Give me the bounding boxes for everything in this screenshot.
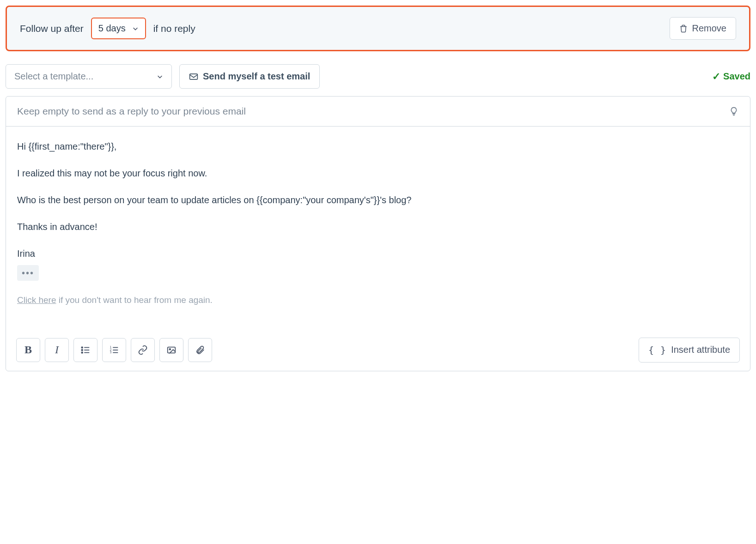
svg-rect-0 <box>190 74 198 79</box>
link-button[interactable] <box>131 338 155 362</box>
chevron-down-icon <box>132 25 139 32</box>
send-test-email-button[interactable]: Send myself a test email <box>179 64 320 89</box>
follow-up-banner: Follow up after 5 days if no reply Remov… <box>6 6 750 51</box>
numbered-list-button[interactable]: 1 2 3 <box>102 338 126 362</box>
bullet-list-button[interactable] <box>73 338 98 362</box>
trash-icon <box>679 24 688 33</box>
svg-point-14 <box>169 348 171 350</box>
subject-line <box>6 97 750 127</box>
attachment-button[interactable] <box>188 338 212 362</box>
template-select[interactable]: Select a template... <box>6 64 172 89</box>
numbered-list-icon: 1 2 3 <box>109 345 119 355</box>
bullet-list-icon <box>80 345 91 355</box>
remove-button-label: Remove <box>692 23 726 34</box>
svg-point-1 <box>81 347 83 348</box>
chevron-down-icon <box>157 73 163 80</box>
subject-input[interactable] <box>17 106 729 117</box>
image-button[interactable] <box>159 338 183 362</box>
editor-container: Hi {{first_name:"there"}}, I realized th… <box>6 96 750 371</box>
body-line-4: Thanks in advance! <box>17 220 739 234</box>
body-line-3: Who is the best person on your team to u… <box>17 193 739 207</box>
unsubscribe-rest: if you don't want to hear from me again. <box>56 295 212 305</box>
paperclip-icon <box>195 345 205 355</box>
send-test-email-label: Send myself a test email <box>203 71 310 82</box>
svg-point-5 <box>81 352 83 353</box>
check-icon: ✓ <box>712 71 720 83</box>
image-icon <box>166 345 177 355</box>
follow-up-days-select[interactable]: 5 days <box>91 18 146 39</box>
svg-text:3: 3 <box>110 351 112 354</box>
unsubscribe-line: Click here if you don't want to hear fro… <box>17 294 739 307</box>
italic-button[interactable]: I <box>45 338 69 362</box>
saved-indicator: ✓ Saved <box>712 71 750 83</box>
template-select-placeholder: Select a template... <box>14 71 93 82</box>
email-body[interactable]: Hi {{first_name:"there"}}, I realized th… <box>6 127 750 329</box>
signature-expand-toggle[interactable]: ••• <box>17 265 39 281</box>
template-row: Select a template... Send myself a test … <box>6 64 750 89</box>
editor-toolbar: B I 1 2 3 <box>6 329 750 371</box>
follow-up-label-left: Follow up after <box>20 23 84 34</box>
link-icon <box>138 345 148 355</box>
body-line-2: I realized this may not be your focus ri… <box>17 166 739 180</box>
insert-attribute-label: Insert attribute <box>671 345 730 355</box>
follow-up-label-right: if no reply <box>153 23 195 34</box>
body-signature: Irina <box>17 247 739 260</box>
body-line-greeting: Hi {{first_name:"there"}}, <box>17 139 739 153</box>
insert-attribute-button[interactable]: { } Insert attribute <box>639 338 740 363</box>
saved-label: Saved <box>723 71 750 82</box>
braces-icon: { } <box>648 345 666 356</box>
envelope-icon <box>189 73 198 81</box>
follow-up-days-value: 5 days <box>98 23 126 34</box>
unsubscribe-link[interactable]: Click here <box>17 295 56 305</box>
bold-button[interactable]: B <box>16 338 40 362</box>
remove-button[interactable]: Remove <box>670 17 736 40</box>
lightbulb-icon[interactable] <box>729 106 739 116</box>
svg-point-3 <box>81 349 83 351</box>
